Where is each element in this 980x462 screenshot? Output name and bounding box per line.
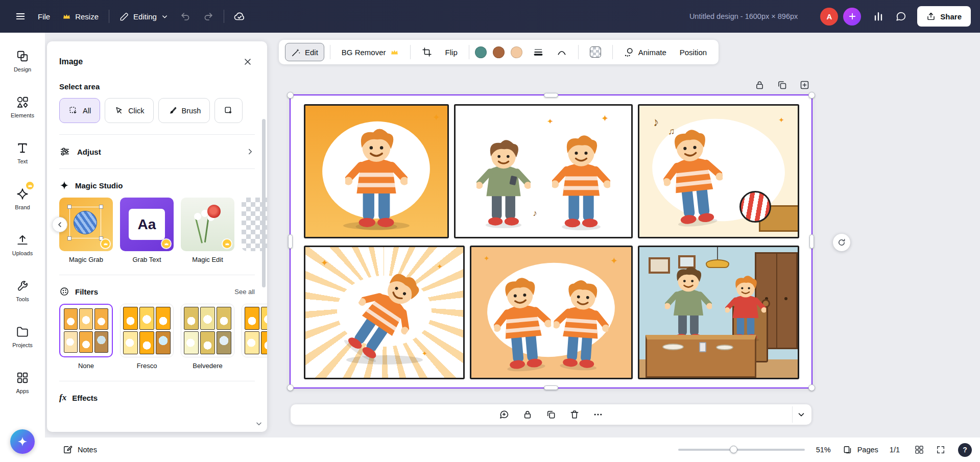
select-area-all-button[interactable]: All (59, 98, 100, 123)
more-options-button[interactable] (588, 406, 608, 423)
sidebar-item-tools[interactable]: Tools (2, 268, 43, 313)
bg-remover-button[interactable]: BG Remover (336, 43, 404, 61)
boy-character (345, 127, 408, 231)
delete-element-button[interactable] (565, 406, 584, 423)
create-new-button[interactable] (843, 8, 861, 26)
toolbar-divider (469, 45, 469, 59)
fullscreen-button[interactable] (934, 443, 948, 457)
resize-handle-bottom-left[interactable] (287, 384, 294, 391)
resize-handle-right[interactable] (809, 234, 814, 249)
page-indicator: 1/1 (890, 446, 900, 454)
zoom-slider-thumb[interactable] (730, 446, 737, 453)
animate-button[interactable]: Animate (618, 43, 672, 61)
collapse-bar-button[interactable] (792, 406, 809, 423)
resize-button[interactable]: Resize (56, 5, 105, 28)
adult-character (665, 265, 712, 344)
edit-tool-button[interactable]: Edit (285, 43, 324, 61)
resize-handle-bottom[interactable] (544, 385, 558, 390)
selection-action-bar (291, 404, 811, 425)
resize-handle-top-right[interactable] (808, 92, 815, 99)
resize-handle-top-left[interactable] (287, 92, 294, 99)
text-icon (16, 141, 29, 155)
document-title[interactable]: Untitled design - 1600px × 896px (689, 12, 798, 20)
sidebar-item-brand[interactable]: Brand (2, 176, 43, 222)
adjust-row[interactable]: Adjust (59, 146, 255, 157)
canva-assistant-button[interactable] (10, 429, 35, 454)
filter-item-belvedere[interactable]: Belvedere (181, 304, 234, 370)
add-page-button[interactable] (797, 78, 812, 92)
tools-icon (16, 279, 29, 293)
effects-label: Effects (72, 394, 98, 402)
sidebar-item-design[interactable]: Design (2, 38, 43, 84)
filter-item-partial[interactable] (242, 304, 267, 370)
premium-crown-badge (223, 239, 231, 248)
undo-button[interactable] (175, 5, 197, 28)
duplicate-element-button[interactable] (541, 406, 561, 423)
sidebar-item-apps[interactable]: Apps (2, 359, 43, 405)
page-actions (752, 78, 812, 92)
close-panel-button[interactable] (241, 55, 255, 69)
position-button[interactable]: Position (674, 43, 712, 61)
color-swatch-peach[interactable] (511, 46, 522, 58)
selected-image[interactable] (291, 95, 811, 387)
lock-page-button[interactable] (752, 78, 767, 92)
transparency-button[interactable] (584, 43, 607, 61)
effects-row[interactable]: fx Effects (59, 393, 255, 403)
comments-button[interactable] (890, 5, 912, 28)
resize-handle-bottom-right[interactable] (808, 384, 815, 391)
resize-handle-left[interactable] (288, 234, 293, 249)
notes-button[interactable]: Notes (62, 445, 97, 455)
rotate-button[interactable] (833, 234, 850, 251)
select-area-more-button[interactable] (214, 98, 243, 123)
sidebar-item-elements[interactable]: Elements (2, 84, 43, 130)
pages-button[interactable]: Pages (843, 445, 878, 455)
animate-label: Animate (638, 48, 666, 57)
sidebar-item-uploads[interactable]: Uploads (2, 222, 43, 268)
magic-card-grab-text[interactable]: Aa Grab Text (120, 198, 174, 263)
filter-item-fresco[interactable]: Fresco (120, 304, 174, 370)
magic-card-magic-edit[interactable]: Magic Edit (181, 198, 234, 263)
filter-label: Belvedere (181, 362, 234, 370)
zoom-slider[interactable] (678, 445, 805, 454)
stroke-weight-button[interactable] (528, 43, 549, 61)
sidebar-item-projects[interactable]: Projects (2, 313, 43, 359)
sidebar-item-text[interactable]: Text (2, 130, 43, 176)
magic-card-magic-grab[interactable]: Magic Grab (59, 198, 113, 263)
stem-art (195, 218, 203, 243)
toolbar-divider (410, 45, 411, 59)
crop-button[interactable] (416, 43, 438, 61)
brush-icon (168, 106, 177, 115)
panel-scrollbar[interactable] (262, 119, 266, 287)
filter-item-none[interactable]: None (59, 304, 113, 370)
line-curve-button[interactable] (551, 43, 572, 61)
carousel-left-button[interactable] (52, 217, 67, 232)
filter-preview (181, 304, 234, 357)
panel-divider (59, 381, 255, 381)
resize-handle-top[interactable] (544, 93, 558, 98)
grid-view-button[interactable] (912, 443, 926, 457)
redo-button[interactable] (197, 5, 220, 28)
comment-button[interactable] (494, 406, 514, 423)
duplicate-page-button[interactable] (775, 78, 790, 92)
topbar-divider (109, 10, 109, 23)
zoom-value[interactable]: 51% (816, 446, 839, 454)
help-button[interactable]: ? (958, 443, 972, 457)
insights-button[interactable] (867, 5, 890, 28)
filters-see-all-link[interactable]: See all (234, 288, 255, 296)
lamp-cord-art (717, 247, 718, 260)
flip-button[interactable]: Flip (440, 43, 463, 61)
file-menu-button[interactable]: File (32, 5, 56, 28)
lock-element-button[interactable] (518, 406, 537, 423)
main-menu-button[interactable] (9, 5, 32, 28)
panel-title: Image (59, 57, 83, 66)
color-swatch-brown[interactable] (493, 46, 505, 58)
select-area-click-button[interactable]: Click (105, 98, 153, 123)
help-label: ? (963, 446, 967, 454)
save-status-button[interactable] (228, 5, 251, 28)
select-area-brush-button[interactable]: Brush (158, 98, 210, 123)
striped-ball-art (739, 191, 771, 223)
avatar[interactable]: A (820, 8, 838, 26)
color-swatch-teal[interactable] (475, 46, 487, 58)
editing-mode-button[interactable]: Editing (113, 5, 175, 28)
share-button[interactable]: Share (917, 6, 971, 27)
